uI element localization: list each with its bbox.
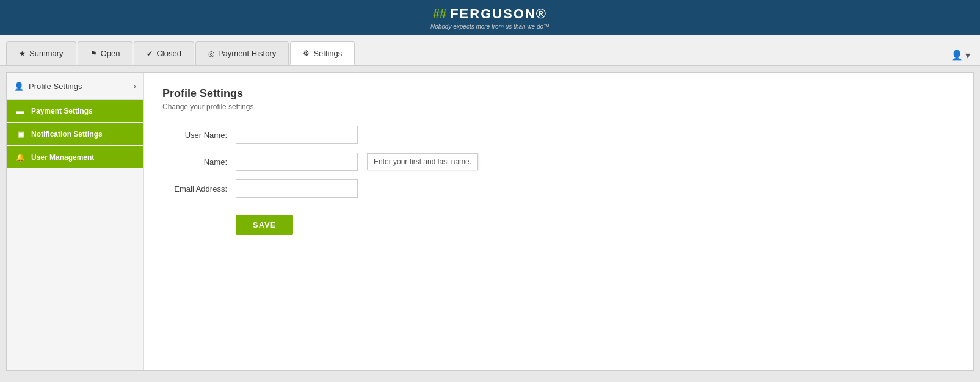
tab-closed-label: Closed (156, 49, 181, 58)
tab-closed[interactable]: ✔ Closed (134, 41, 194, 65)
user-icon: 👤 (951, 49, 963, 61)
form-title: Profile Settings (162, 87, 955, 100)
tab-summary[interactable]: ★ Summary (6, 41, 76, 65)
user-menu[interactable]: 👤 ▾ (951, 49, 970, 61)
tab-summary-label: Summary (29, 49, 64, 58)
tab-settings[interactable]: ⚙ Settings (290, 41, 355, 65)
sidebar-item-user-management[interactable]: 🔔 User Management (7, 146, 143, 168)
sidebar-header-label: Profile Settings (29, 82, 82, 91)
sidebar-item-user-management-label: User Management (31, 153, 94, 162)
sidebar-user-icon: 👤 (14, 82, 24, 91)
tab-payment-history[interactable]: ◎ Payment History (195, 41, 289, 65)
payment-history-icon: ◎ (208, 49, 214, 58)
logo-name: FERGUSON® (450, 6, 547, 22)
username-label: User Name: (162, 131, 236, 140)
form-area: Profile Settings Change your profile set… (144, 73, 973, 370)
logo: ## FERGUSON® Nobody expects more from us… (430, 6, 550, 30)
closed-icon: ✔ (147, 49, 153, 58)
tab-settings-label: Settings (313, 49, 342, 58)
tab-open[interactable]: ⚑ Open (78, 41, 133, 65)
sidebar-item-payment-settings[interactable]: ▬ Payment Settings (7, 100, 143, 122)
sidebar: 👤 Profile Settings › ▬ Payment Settings … (7, 73, 144, 370)
header: ## FERGUSON® Nobody expects more from us… (0, 0, 980, 35)
summary-icon: ★ (19, 49, 26, 58)
name-input[interactable] (236, 153, 358, 171)
email-input[interactable] (236, 179, 358, 198)
username-input[interactable] (236, 126, 358, 144)
logo-reg: ® (536, 6, 547, 21)
payment-settings-icon: ▬ (15, 107, 25, 115)
sidebar-chevron-icon: › (133, 81, 136, 91)
name-row: Name: Enter your first and last name. (162, 153, 955, 171)
logo-hash-icon: ## (433, 7, 446, 21)
header-tagline: Nobody expects more from us than we do™ (430, 23, 550, 30)
username-row: User Name: (162, 126, 955, 144)
notification-settings-icon: ▣ (15, 131, 25, 138)
form-subtitle: Change your profile settings. (162, 103, 955, 111)
user-management-icon: 🔔 (15, 154, 25, 161)
email-label: Email Address: (162, 184, 236, 193)
sidebar-item-payment-settings-label: Payment Settings (31, 107, 93, 115)
name-tooltip: Enter your first and last name. (367, 153, 478, 170)
email-row: Email Address: (162, 179, 955, 198)
sidebar-header: 👤 Profile Settings › (7, 73, 143, 100)
open-icon: ⚑ (90, 49, 97, 58)
sidebar-item-notification-settings-label: Notification Settings (31, 130, 103, 139)
tab-open-label: Open (101, 49, 120, 58)
main-content: 👤 Profile Settings › ▬ Payment Settings … (6, 72, 974, 371)
settings-icon: ⚙ (303, 49, 310, 57)
user-dropdown-icon: ▾ (965, 49, 970, 61)
tab-payment-history-label: Payment History (218, 49, 276, 58)
name-label: Name: (162, 157, 236, 167)
logo-main: ## FERGUSON® (433, 6, 547, 22)
nav-bar: ★ Summary ⚑ Open ✔ Closed ◎ Payment Hist… (0, 35, 980, 66)
sidebar-header-left: 👤 Profile Settings (14, 82, 82, 91)
sidebar-item-notification-settings[interactable]: ▣ Notification Settings (7, 123, 143, 145)
save-button[interactable]: SAVE (236, 215, 293, 235)
